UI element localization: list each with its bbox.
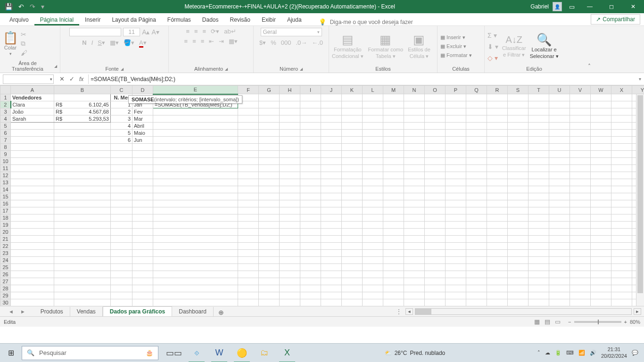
cell[interactable] [54,264,111,271]
cell[interactable]: Maio [132,130,153,137]
cell[interactable] [54,123,111,130]
cell[interactable] [259,271,280,278]
cell[interactable] [321,165,342,172]
cell[interactable] [591,165,611,172]
cell[interactable]: Jun [132,137,153,144]
enter-formula-icon[interactable]: ✓ [69,75,74,82]
cell[interactable] [508,285,528,292]
underline-icon[interactable]: S▾ [98,39,105,46]
cell[interactable] [238,214,259,222]
cell[interactable] [363,285,383,292]
collapse-ribbon-icon[interactable]: ˄ [584,26,595,73]
cell[interactable] [11,278,54,285]
cell[interactable] [446,130,466,137]
cell[interactable] [259,101,280,108]
cell[interactable] [321,236,342,243]
row-header[interactable]: 6 [0,130,11,137]
cell[interactable] [528,165,549,172]
save-icon[interactable]: 💾 [5,3,13,10]
wrap-text-icon[interactable]: ab↵ [224,28,236,35]
cell[interactable] [342,236,363,243]
cell[interactable] [549,130,570,137]
cell[interactable] [259,179,280,186]
cell[interactable] [11,172,54,179]
cell[interactable] [363,130,383,137]
cell[interactable] [549,285,570,292]
cell[interactable] [300,271,321,278]
battery-icon[interactable]: 🔋 [555,350,561,356]
cell[interactable] [300,158,321,165]
cell[interactable] [487,130,508,137]
cell[interactable] [404,144,425,151]
cell[interactable] [300,243,321,250]
cell[interactable] [132,236,153,243]
cell[interactable] [487,200,508,207]
cell[interactable] [508,243,528,250]
cell[interactable] [466,123,487,130]
cell[interactable] [280,250,300,257]
cell[interactable] [549,123,570,130]
taskbar-weather[interactable]: ⛅ 26°C Pred. nublado [385,350,446,356]
cell[interactable] [466,236,487,243]
cell[interactable] [153,278,238,285]
row-header[interactable]: 22 [0,243,11,250]
cell[interactable] [487,101,508,108]
cell[interactable] [611,179,632,186]
cell[interactable] [425,158,446,165]
cell[interactable] [591,101,611,108]
cell[interactable] [54,130,111,137]
italic-icon[interactable]: I [91,39,93,46]
cancel-formula-icon[interactable]: ✕ [59,75,65,82]
cell[interactable] [54,172,111,179]
expand-formula-bar-icon[interactable]: ▾ [636,76,644,82]
cell[interactable] [466,172,487,179]
cell[interactable] [383,264,404,271]
cell[interactable]: 2 [111,108,132,115]
cell-styles-button[interactable]: ▣ Estilos de Célula ▾ [408,33,430,59]
cell[interactable] [321,137,342,144]
cell[interactable] [383,186,404,193]
cell[interactable] [259,200,280,207]
row-header[interactable]: 23 [0,250,11,257]
cell[interactable] [425,108,446,115]
cell[interactable] [425,243,446,250]
cell[interactable] [549,115,570,123]
cell[interactable] [404,299,425,306]
cell[interactable] [425,193,446,200]
cell[interactable] [508,144,528,151]
cell[interactable] [342,179,363,186]
cell[interactable] [153,165,238,172]
format-painter-icon[interactable]: 🖌 [21,49,27,57]
cell[interactable] [280,158,300,165]
cell[interactable] [487,285,508,292]
cell[interactable] [549,250,570,257]
cell[interactable] [321,94,342,101]
cell[interactable] [425,236,446,243]
cell[interactable] [591,299,611,306]
cell[interactable] [238,158,259,165]
cell[interactable] [280,207,300,214]
cell[interactable] [300,151,321,158]
cell[interactable] [466,130,487,137]
cell[interactable] [342,130,363,137]
cell[interactable] [363,108,383,115]
cell[interactable] [425,200,446,207]
cell[interactable] [528,172,549,179]
cell[interactable] [528,250,549,257]
cell[interactable] [300,115,321,123]
cell[interactable] [280,278,300,285]
cell[interactable] [591,271,611,278]
cell[interactable] [425,229,446,236]
cell[interactable] [528,243,549,250]
cell[interactable] [54,179,111,186]
cell[interactable] [570,144,591,151]
cell[interactable] [153,200,238,207]
cell[interactable] [383,101,404,108]
cell[interactable] [321,179,342,186]
cell[interactable] [321,172,342,179]
cell[interactable] [132,271,153,278]
cell[interactable] [111,278,132,285]
cell[interactable] [238,172,259,179]
cell[interactable] [570,229,591,236]
cell[interactable] [466,115,487,123]
